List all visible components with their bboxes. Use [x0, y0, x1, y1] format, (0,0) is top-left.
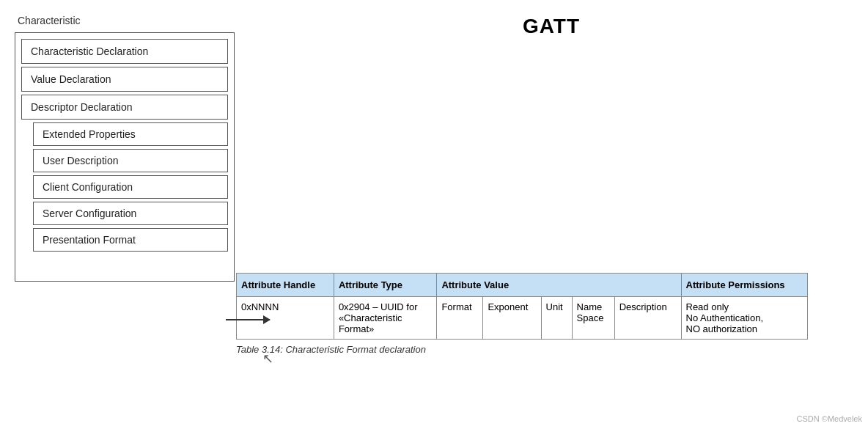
left-panel: Characteristic Characteristic Declaratio…	[15, 15, 249, 414]
arrow	[226, 319, 270, 320]
table-caption: Table 3.14: Characteristic Format declar…	[236, 344, 808, 355]
value-declaration-item: Value Declaration	[21, 67, 228, 92]
cell-handle: 0xNNNN	[237, 297, 334, 340]
table-row: 0xNNNN 0x2904 – UUID for«CharacteristicF…	[237, 297, 808, 340]
page: Characteristic Characteristic Declaratio…	[0, 0, 868, 429]
cell-value-namespace: NameSpace	[572, 297, 614, 340]
cell-value-unit: Unit	[541, 297, 572, 340]
user-description-item: User Description	[33, 149, 228, 172]
client-configuration-item: Client Configuration	[33, 175, 228, 199]
descriptor-declaration-item: Descriptor Declaration	[21, 95, 228, 120]
col-header-handle: Attribute Handle	[237, 274, 334, 297]
arrow-line	[226, 319, 270, 320]
presentation-format-item: Presentation Format	[33, 228, 228, 252]
char-declaration-item: Characteristic Declaration	[21, 39, 228, 64]
col-header-type: Attribute Type	[334, 274, 437, 297]
col-header-permissions: Attribute Permissions	[681, 274, 808, 297]
cell-value-format: Format	[437, 297, 483, 340]
characteristic-box: Characteristic Declaration Value Declara…	[15, 32, 235, 282]
col-header-value: Attribute Value	[437, 274, 681, 297]
cell-permissions: Read onlyNo Authentication,NO authorizat…	[681, 297, 808, 340]
table-wrapper: Attribute Handle Attribute Type Attribut…	[236, 273, 808, 355]
watermark: CSDN ©Medvelek	[797, 414, 862, 423]
right-panel: GATT Attribute Handle Attribute Type Att…	[249, 15, 853, 414]
cell-value-exponent: Exponent	[483, 297, 541, 340]
characteristic-label: Characteristic	[15, 15, 249, 26]
gatt-title: GATT	[249, 15, 853, 38]
cell-type: 0x2904 – UUID for«CharacteristicFormat»	[334, 297, 437, 340]
cell-value-description: Description	[614, 297, 681, 340]
extended-properties-item: Extended Properties	[33, 122, 228, 146]
server-configuration-item: Server Configuration	[33, 202, 228, 225]
gatt-table: Attribute Handle Attribute Type Attribut…	[236, 273, 808, 340]
